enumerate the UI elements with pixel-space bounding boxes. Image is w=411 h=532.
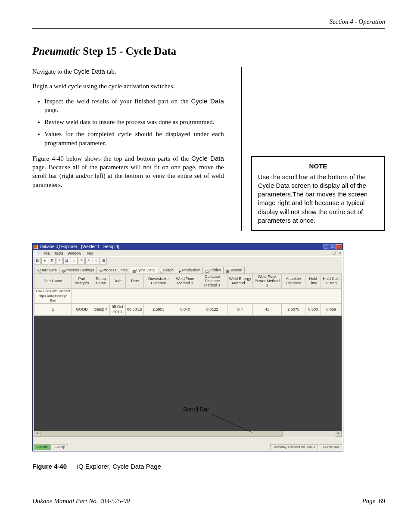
subheader-cell — [72, 288, 342, 303]
col-header[interactable]: Time — [126, 274, 144, 289]
page-footer: Dukane Manual Part No. 403-575-00 Page 6… — [32, 493, 385, 505]
col-header[interactable]: Weld Time Method 1 — [173, 274, 197, 289]
menu-file[interactable]: File — [44, 251, 50, 256]
mdi-controls-icon[interactable]: _ ▢ × — [327, 250, 342, 255]
cell: 0.500 — [305, 304, 321, 315]
text: Figure 4-40 below shows the top and bott… — [32, 155, 191, 162]
figure-paragraph: Figure 4-40 below shows the top and bott… — [32, 154, 224, 189]
status-bar: On-line E-Stop Tuesday, October 05, 2010… — [33, 443, 343, 451]
tab-icon: ⚙ — [62, 269, 64, 271]
maximize-icon[interactable]: □ — [330, 244, 336, 249]
header-rule — [32, 28, 385, 29]
toolbar-button-icon[interactable]: ✎ — [78, 258, 85, 264]
text: Cycle Data — [191, 155, 224, 162]
note-title: NOTE — [258, 162, 378, 171]
text: Inspect the weld results of your finishe… — [44, 98, 191, 105]
cell: 2.5953 — [144, 304, 173, 315]
tab-label: Graph — [163, 268, 174, 273]
title-main: Step 15 - Cycle Data — [80, 45, 176, 57]
app-logo-icon — [34, 245, 38, 249]
cell: 0.059 — [321, 304, 342, 315]
tab-label: Hardware — [40, 268, 57, 273]
cell: 2.6075 — [281, 304, 305, 315]
status-date: Tuesday, October 05, 2010 — [270, 444, 318, 450]
tab-icon: 🔧 — [37, 269, 39, 271]
cell: 0.4 — [227, 304, 253, 315]
tab-label: Process Limits — [103, 268, 128, 273]
toolbar-button-icon[interactable]: ◧ — [34, 258, 41, 264]
toolbar-button-icon[interactable]: ≡ — [56, 258, 63, 264]
col-header[interactable]: Weld Energy Method 1 — [227, 274, 253, 289]
page-label: Page — [362, 498, 376, 504]
begin-paragraph: Begin a weld cycle using the cycle activ… — [32, 82, 224, 90]
tab-icon: 📊 — [159, 269, 162, 271]
figure-region: Parameters Dukane iQ Explorer - [Welder … — [32, 243, 385, 451]
tab-utilities[interactable]: 🗂Utilities — [202, 267, 224, 274]
doc-icon: 📄 — [34, 251, 39, 256]
toolbar: ◧ ■ ◩ ≡ ◪ ⌕ ✎ A 1 ◨ — [33, 256, 343, 265]
col-header[interactable]: Part Analysis — [72, 274, 92, 289]
toolbar-button-icon[interactable]: ■ — [41, 258, 48, 264]
col-header[interactable]: Downstroke Distance — [144, 274, 173, 289]
toolbar-button-icon[interactable]: ◨ — [100, 258, 107, 264]
title-prefix: Pneumatic — [32, 45, 80, 57]
scroll-right-icon[interactable]: ► — [336, 431, 342, 437]
col-header[interactable]: Hold Coll. Distan — [321, 274, 342, 289]
page-number: Page 69 — [362, 497, 385, 505]
tab-production[interactable]: ⏵Production — [176, 267, 203, 274]
col-header[interactable]: Hold Time — [305, 274, 321, 289]
tab-bar: 🔧Hardware ⚙Process Settings ✎Process Lim… — [33, 265, 343, 274]
table-header-row: Part Count Part Analysis Setup Name Date… — [34, 274, 342, 289]
col-header[interactable]: Weld Peak Power Method 1 — [253, 274, 281, 289]
tab-system[interactable]: ⊞System — [223, 267, 245, 274]
menu-help[interactable]: Help — [86, 251, 94, 256]
cycle-data-table: Part Count Part Analysis Setup Name Date… — [34, 274, 342, 315]
cell: 1 — [34, 304, 72, 315]
tab-graph[interactable]: 📊Graph — [157, 267, 176, 274]
close-icon[interactable]: × — [336, 244, 342, 249]
list-item: Values for the completed cycle should be… — [44, 130, 224, 147]
tab-label: Utilities — [209, 268, 221, 273]
tab-hardware[interactable]: 🔧Hardware — [34, 267, 59, 274]
toolbar-button-icon[interactable]: A — [85, 258, 92, 264]
scroll-thumb[interactable] — [40, 431, 283, 437]
window-titlebar[interactable]: Dukane iQ Explorer - [Welder 1 - Setup 4… — [33, 243, 343, 250]
tab-icon: ⏵ — [178, 269, 181, 271]
scroll-left-icon[interactable]: ◄ — [34, 431, 40, 437]
tab-ref: Cycle Data — [73, 68, 105, 75]
cell: 08:38:18 — [126, 304, 144, 315]
text: page. Because all of the parameters will… — [32, 164, 224, 188]
col-header[interactable]: Collapse Distance Method 1 — [197, 274, 227, 289]
tab-icon: 🗂 — [205, 269, 208, 271]
toolbar-button-icon[interactable]: 1 — [93, 258, 100, 264]
scroll-track[interactable] — [40, 431, 336, 437]
tab-cycle-data[interactable]: ▦Cycle Data — [130, 267, 157, 274]
status-estop: E-Stop — [52, 444, 68, 450]
tab-process-limits[interactable]: ✎Process Limits — [97, 267, 131, 274]
tab-label: Production — [182, 268, 200, 273]
figure-label: Figure 4-40 — [32, 463, 67, 470]
table-row[interactable]: 1 GOOD Setup 4 05 Oct 2010 08:38:18 2.59… — [34, 304, 342, 315]
annotation-scrollbar: Scroll Bar — [183, 405, 209, 414]
tab-process-settings[interactable]: ⚙Process Settings — [59, 267, 97, 274]
body-column: Navigate to the Cycle Data tab. Begin a … — [32, 67, 224, 195]
menu-window[interactable]: Window — [68, 251, 81, 256]
manual-number: Dukane Manual Part No. 403-575-00 — [32, 497, 130, 505]
toolbar-button-icon[interactable]: ◩ — [49, 258, 56, 264]
menu-tools[interactable]: Tools — [54, 251, 63, 256]
col-header[interactable]: Setup Name — [92, 274, 109, 289]
minimize-icon[interactable]: _ — [323, 244, 329, 249]
col-header[interactable]: Part Count — [34, 274, 72, 289]
cell: 05 Oct 2010 — [109, 304, 126, 315]
bullet-list: Inspect the weld results of your finishe… — [32, 97, 224, 147]
toolbar-button-icon[interactable]: ⌕ — [71, 258, 78, 264]
cell: 41 — [253, 304, 281, 315]
text: tab. — [105, 68, 116, 75]
col-header[interactable]: Absolute Distance — [281, 274, 305, 289]
toolbar-button-icon[interactable]: ◪ — [63, 258, 70, 264]
cell: GOOD — [72, 304, 92, 315]
tab-label: Process Settings — [65, 268, 94, 273]
col-header[interactable]: Date — [109, 274, 126, 289]
cell: 0.0122 — [197, 304, 227, 315]
horizontal-scrollbar[interactable]: ◄ ► — [34, 431, 342, 437]
